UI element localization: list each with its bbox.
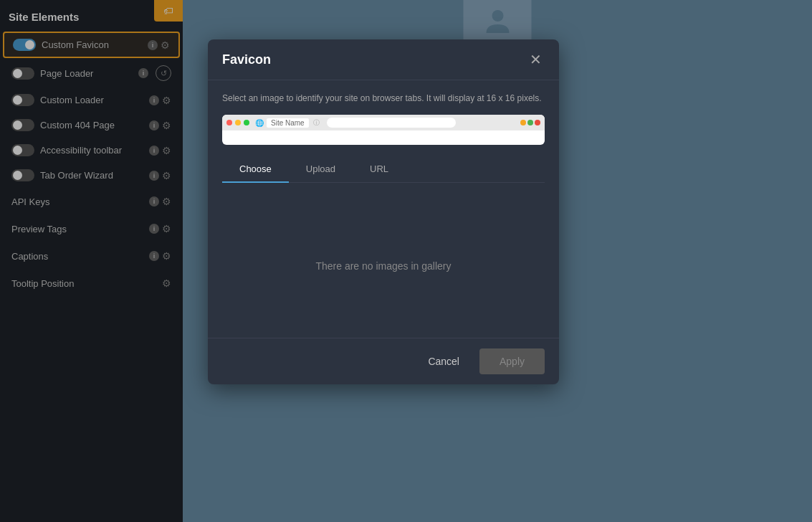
modal-gallery: There are no images in gallery	[208, 194, 559, 338]
browser-info-icon: ⓘ	[313, 118, 320, 128]
tab-url[interactable]: URL	[353, 156, 406, 183]
browser-window-controls	[520, 120, 540, 125]
apply-button[interactable]: Apply	[479, 348, 545, 374]
browser-site-name: Site Name	[267, 118, 309, 128]
no-images-text: There are no images in gallery	[315, 260, 451, 272]
browser-mock-bar: 🌐 Site Name ⓘ	[222, 115, 545, 130]
cancel-button[interactable]: Cancel	[416, 350, 471, 373]
browser-dot-yellow	[235, 120, 241, 125]
tab-upload[interactable]: Upload	[289, 156, 353, 183]
modal-overlay[interactable]: Favicon ✕ Select an image to identify yo…	[0, 0, 812, 522]
modal-footer: Cancel Apply	[208, 338, 559, 384]
browser-control-dot	[520, 120, 526, 125]
browser-control-dot	[535, 120, 540, 125]
modal-description: Select an image to identify your site on…	[222, 92, 545, 105]
modal-header: Favicon ✕	[208, 39, 559, 80]
tab-choose[interactable]: Choose	[222, 156, 289, 183]
browser-mockup: 🌐 Site Name ⓘ	[222, 115, 545, 145]
browser-globe-icon: 🌐	[255, 119, 264, 127]
modal-tabs: Choose Upload URL	[222, 156, 545, 183]
modal-title: Favicon	[222, 52, 271, 67]
browser-control-dot	[527, 120, 533, 125]
browser-dot-green	[244, 120, 249, 125]
browser-dot-red	[226, 120, 232, 125]
modal-close-button[interactable]: ✕	[527, 51, 545, 68]
favicon-modal: Favicon ✕ Select an image to identify yo…	[208, 39, 559, 384]
modal-body: Select an image to identify your site on…	[208, 80, 559, 194]
browser-url-bar	[327, 118, 456, 128]
